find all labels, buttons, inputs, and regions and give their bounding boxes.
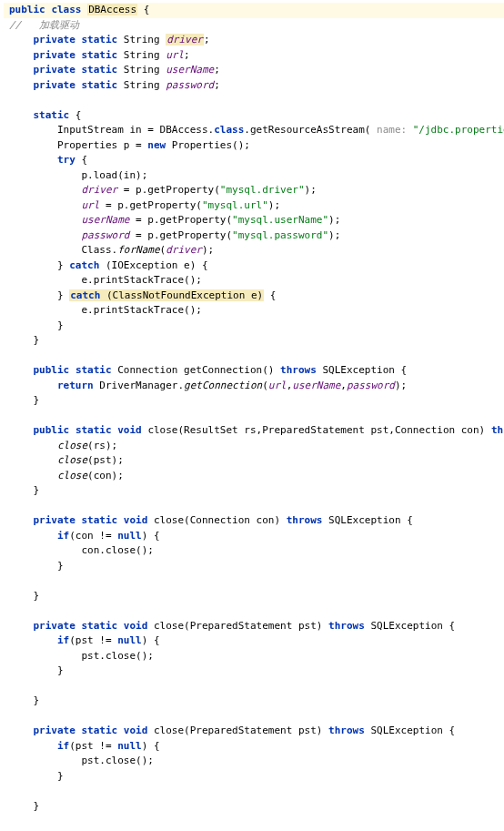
code-line[interactable]: } xyxy=(4,393,504,409)
code-line[interactable]: } xyxy=(4,694,504,709)
code-line[interactable]: } xyxy=(4,333,504,349)
code-line[interactable] xyxy=(4,814,504,829)
code-line[interactable]: } catch (IOException e) { xyxy=(4,258,504,274)
code-line[interactable] xyxy=(4,679,504,694)
code-line[interactable]: } xyxy=(4,483,504,499)
code-line[interactable]: private static void close(PreparedStatem… xyxy=(4,724,504,739)
code-line[interactable]: private static String password; xyxy=(4,78,504,94)
code-line[interactable]: close(pst); xyxy=(4,453,504,469)
code-line[interactable]: } xyxy=(4,769,504,785)
code-line[interactable]: password = p.getProperty("mysql.password… xyxy=(4,228,504,244)
code-line[interactable] xyxy=(4,784,504,799)
code-line[interactable]: try { xyxy=(4,153,504,168)
code-line[interactable]: private static String url; xyxy=(4,48,504,64)
code-line[interactable]: close(rs); xyxy=(4,439,504,454)
code-line[interactable]: if(con != null) { xyxy=(4,529,504,544)
code-line[interactable]: pst.close(); xyxy=(4,754,504,769)
code-line[interactable]: Properties p = new Properties(); xyxy=(4,138,504,154)
code-line[interactable] xyxy=(4,349,504,364)
code-line[interactable]: } xyxy=(4,799,504,815)
code-line[interactable] xyxy=(4,603,504,619)
code-line[interactable] xyxy=(4,499,504,514)
code-line[interactable]: Class.forName(driver); xyxy=(4,243,504,258)
code-line[interactable]: if(pst != null) { xyxy=(4,739,504,755)
code-line[interactable]: } catch (ClassNotFoundException e) { xyxy=(4,289,504,304)
code-line[interactable]: if(pst != null) { xyxy=(4,633,504,649)
code-line[interactable]: e.printStackTrace(); xyxy=(4,303,504,319)
code-editor[interactable]: public class DBAccess { // 加载驱动 private … xyxy=(0,0,504,831)
code-line[interactable] xyxy=(4,573,504,589)
code-line[interactable]: private static void close(Connection con… xyxy=(4,513,504,529)
code-line[interactable]: private static String driver; xyxy=(4,33,504,48)
code-line[interactable]: return DriverManager.getConnection(url,u… xyxy=(4,379,504,394)
code-line[interactable]: } xyxy=(4,664,504,679)
code-line[interactable] xyxy=(4,709,504,725)
code-line[interactable]: } xyxy=(4,589,504,604)
code-line[interactable]: e.printStackTrace(); xyxy=(4,273,504,289)
code-line[interactable]: } xyxy=(4,559,504,574)
code-line[interactable]: // 加载驱动 xyxy=(4,18,504,34)
code-line[interactable]: private static void close(PreparedStatem… xyxy=(4,619,504,634)
code-line[interactable]: public static void close(ResultSet rs,Pr… xyxy=(4,423,504,439)
code-line[interactable]: private static String userName; xyxy=(4,63,504,78)
code-line[interactable]: public static Connection getConnection()… xyxy=(4,363,504,379)
code-line[interactable]: public class DBAccess { xyxy=(4,3,504,18)
code-line[interactable]: close(con); xyxy=(4,469,504,484)
code-line[interactable]: url = p.getProperty("mysql.url"); xyxy=(4,198,504,214)
code-line[interactable]: pst.close(); xyxy=(4,649,504,664)
code-line[interactable] xyxy=(4,93,504,108)
code-line[interactable]: userName = p.getProperty("mysql.userName… xyxy=(4,213,504,228)
code-line[interactable]: driver = p.getProperty("mysql.driver"); xyxy=(4,183,504,198)
code-line[interactable]: InputStream in = DBAccess.class.getResou… xyxy=(4,123,504,138)
code-line[interactable]: con.close(); xyxy=(4,543,504,559)
code-line[interactable]: p.load(in); xyxy=(4,168,504,184)
code-line[interactable]: } xyxy=(4,319,504,334)
code-line[interactable] xyxy=(4,409,504,424)
code-line[interactable]: static { xyxy=(4,108,504,124)
